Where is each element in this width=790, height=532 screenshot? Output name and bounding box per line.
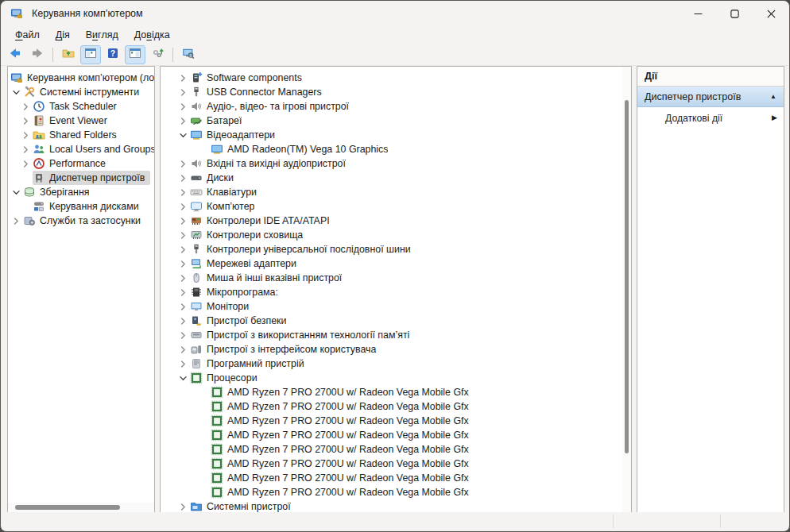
- device-tree-item[interactable]: Контролери сховища: [161, 228, 631, 242]
- maximize-button[interactable]: [716, 1, 753, 26]
- chevron-right-icon[interactable]: [19, 115, 33, 127]
- device-tree-item[interactable]: Відеоадаптери: [161, 128, 631, 142]
- device-tree-item[interactable]: Мережеві адаптери: [161, 256, 631, 271]
- vertical-scrollbar-thumb[interactable]: [625, 100, 629, 453]
- device-tree-item[interactable]: AMD Ryzen 7 PRO 2700U w/ Radeon Vega Mob…: [161, 471, 631, 485]
- chevron-down-icon[interactable]: [10, 187, 23, 199]
- device-tree-item[interactable]: Пристрої з використанням технології пам’…: [161, 328, 631, 342]
- device-tree-item[interactable]: Миша й інші вказівні пристрої: [161, 271, 631, 285]
- device-tree-item[interactable]: AMD Ryzen 7 PRO 2700U w/ Radeon Vega Mob…: [161, 457, 631, 471]
- title-bar[interactable]: Керування комп’ютером: [1, 1, 789, 26]
- chevron-up-triangle-icon[interactable]: ▲: [770, 94, 776, 100]
- console-tree-item[interactable]: Shared Folders: [8, 128, 154, 142]
- device-tree-item[interactable]: AMD Ryzen 7 PRO 2700U w/ Radeon Vega Mob…: [161, 385, 631, 399]
- console-tree-item[interactable]: Task Scheduler: [8, 99, 154, 114]
- chevron-right-icon[interactable]: [176, 215, 190, 227]
- window-controls: [680, 1, 789, 26]
- chevron-right-icon[interactable]: [176, 330, 190, 341]
- horizontal-scrollbar[interactable]: [8, 503, 154, 512]
- chevron-right-icon[interactable]: [19, 129, 33, 141]
- device-tree-item[interactable]: AMD Radeon(TM) Vega 10 Graphics: [161, 142, 631, 156]
- up-one-level-button[interactable]: [58, 45, 79, 64]
- chevron-right-icon[interactable]: [176, 201, 190, 213]
- console-tree: Керування комп’ютером (локаСистемні інст…: [8, 67, 154, 228]
- show-console-tree-button[interactable]: [80, 45, 101, 64]
- chevron-right-icon[interactable]: [176, 72, 190, 84]
- device-tree-item[interactable]: Процесори: [161, 371, 631, 385]
- device-tree-item[interactable]: AMD Ryzen 7 PRO 2700U w/ Radeon Vega Mob…: [161, 485, 631, 499]
- horizontal-scrollbar-thumb[interactable]: [15, 505, 120, 510]
- show-action-pane-button[interactable]: [125, 45, 145, 64]
- help-button[interactable]: ?: [103, 45, 123, 64]
- device-tree-item[interactable]: Монітори: [161, 299, 631, 314]
- menu-item[interactable]: Дія: [48, 28, 78, 43]
- chevron-right-icon[interactable]: [176, 501, 190, 513]
- scan-hardware-changes-button[interactable]: [178, 45, 199, 64]
- vertical-scrollbar[interactable]: [622, 67, 631, 512]
- device-tree-item[interactable]: AMD Ryzen 7 PRO 2700U w/ Radeon Vega Mob…: [161, 414, 631, 428]
- console-tree-item[interactable]: Керування комп’ютером (лока: [8, 71, 154, 85]
- chevron-right-icon[interactable]: [176, 101, 190, 113]
- device-tree-item[interactable]: Програмний пристрій: [161, 357, 631, 371]
- console-tree-item[interactable]: Керування дисками: [8, 199, 154, 214]
- forward-button[interactable]: [27, 45, 48, 64]
- console-tree-item[interactable]: Зберігання: [8, 185, 154, 199]
- chevron-down-icon[interactable]: [10, 87, 23, 98]
- chevron-right-icon[interactable]: [176, 172, 190, 184]
- chevron-right-icon[interactable]: [176, 229, 190, 241]
- console-tree-item[interactable]: Системні інструменти: [8, 85, 154, 99]
- chevron-right-icon[interactable]: [10, 215, 23, 227]
- chevron-right-icon[interactable]: [19, 101, 33, 113]
- device-tree-item[interactable]: Контролери універсальної послідовної шин…: [161, 242, 631, 256]
- processor-icon: [211, 400, 223, 413]
- actions-item-additional-actions[interactable]: Додаткові дії ▶: [637, 107, 784, 129]
- device-tree-item[interactable]: Software components: [161, 71, 631, 85]
- console-tree-item[interactable]: Local Users and Groups: [8, 142, 154, 156]
- chevron-right-icon[interactable]: [19, 144, 33, 156]
- device-tree-item[interactable]: Мікропрограма:: [161, 285, 631, 299]
- chevron-right-icon[interactable]: [176, 115, 190, 127]
- chevron-right-icon[interactable]: [176, 158, 190, 170]
- chevron-right-icon[interactable]: [176, 287, 190, 299]
- chevron-right-icon[interactable]: [176, 87, 190, 98]
- chevron-right-icon[interactable]: [176, 244, 190, 256]
- back-button[interactable]: [5, 45, 25, 64]
- device-tree-item[interactable]: Аудіо-, відео- та ігрові пристрої: [161, 99, 631, 114]
- device-tree-item[interactable]: AMD Ryzen 7 PRO 2700U w/ Radeon Vega Mob…: [161, 442, 631, 457]
- chevron-right-icon[interactable]: [176, 344, 190, 356]
- actions-section-header[interactable]: Диспетчер пристроїв ▲: [637, 87, 784, 107]
- device-tree-item[interactable]: Вхідні та вихідні аудіопристрої: [161, 156, 631, 171]
- chevron-right-icon[interactable]: [176, 315, 190, 327]
- console-tree-item[interactable]: Event Viewer: [8, 114, 154, 128]
- device-tree-item[interactable]: USB Connector Managers: [161, 85, 631, 99]
- chevron-right-icon[interactable]: [176, 272, 190, 284]
- device-item-label: Програмний пристрій: [207, 358, 304, 369]
- device-tree-item[interactable]: Батареї: [161, 114, 631, 128]
- close-button[interactable]: [753, 1, 789, 26]
- menu-item[interactable]: Вигляд: [78, 28, 126, 43]
- device-tree-item[interactable]: Клавіатури: [161, 185, 631, 199]
- console-tree-item[interactable]: Performance: [8, 156, 154, 171]
- console-tree-item[interactable]: Служби та застосунки: [8, 214, 154, 228]
- chevron-down-icon[interactable]: [176, 129, 190, 141]
- device-tree-item[interactable]: Контролери IDE ATA/ATAPI: [161, 214, 631, 228]
- chevron-right-icon[interactable]: [19, 158, 33, 170]
- device-tree-item[interactable]: Пристрої з інтерфейсом користувача: [161, 342, 631, 357]
- device-tree-item[interactable]: Диски: [161, 171, 631, 185]
- device-tree-item[interactable]: AMD Ryzen 7 PRO 2700U w/ Radeon Vega Mob…: [161, 428, 631, 442]
- chevron-right-icon[interactable]: [176, 258, 190, 270]
- update-driver-button[interactable]: [147, 45, 168, 64]
- device-item-label: AMD Ryzen 7 PRO 2700U w/ Radeon Vega Mob…: [227, 458, 469, 469]
- device-tree-item[interactable]: Системні пристрої: [161, 499, 631, 513]
- chevron-right-icon[interactable]: [176, 187, 190, 199]
- menu-item[interactable]: Довідка: [126, 28, 178, 43]
- menu-item[interactable]: Файл: [7, 28, 48, 43]
- device-tree-item[interactable]: AMD Ryzen 7 PRO 2700U w/ Radeon Vega Mob…: [161, 399, 631, 414]
- minimize-button[interactable]: [680, 1, 716, 26]
- device-tree-item[interactable]: Комп’ютер: [161, 199, 631, 214]
- device-tree-item[interactable]: Пристрої безпеки: [161, 314, 631, 328]
- chevron-right-icon[interactable]: [176, 358, 190, 370]
- chevron-down-icon[interactable]: [176, 372, 190, 384]
- chevron-right-icon[interactable]: [176, 301, 190, 313]
- console-tree-item[interactable]: Диспетчер пристроїв: [8, 171, 154, 185]
